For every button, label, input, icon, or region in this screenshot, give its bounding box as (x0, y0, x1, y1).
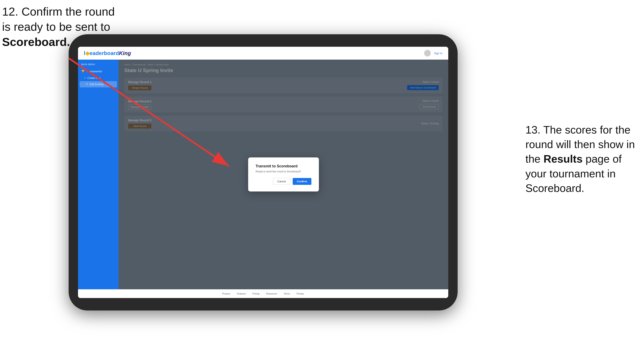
sidebar: MAIN MENU 🏆 Tournaments + Create New ✎ E… (78, 60, 118, 289)
logo-king: King (119, 50, 131, 56)
edit-icon: ✎ (86, 83, 88, 86)
sidebar-item-tournaments[interactable]: 🏆 Tournaments (78, 68, 118, 75)
top-nav: l◆eaderboardKing Sign In (78, 47, 448, 60)
logo-eaderboard: eaderboard (90, 50, 119, 56)
modal-cancel-button[interactable]: Cancel (273, 178, 290, 185)
tablet-device: l◆eaderboardKing Sign In MAIN MENU 🏆 Tou… (69, 34, 458, 311)
footer-link-resources[interactable]: Resources (266, 292, 277, 295)
footer-link-terms[interactable]: Terms (284, 292, 290, 295)
footer-link-features[interactable]: Features (237, 292, 246, 295)
annotation-top-left: 12. Confirm the round is ready to be sen… (2, 4, 115, 49)
annotation-right-text: 13. The scores for the round will then s… (526, 124, 635, 194)
content-area: MAIN MENU 🏆 Tournaments + Create New ✎ E… (78, 60, 448, 289)
footer: Product Features Pricing Resources Terms… (78, 289, 448, 298)
annotation-line1: 12. Confirm the round (2, 5, 115, 18)
logo-crown-char: ◆ (85, 50, 90, 56)
logo: l◆eaderboardKing (84, 50, 131, 56)
annotation-bold: Results (544, 153, 583, 165)
modal-overlay: Transmit to Scoreboard Ready to send thi… (118, 60, 448, 289)
sidebar-item-edit-existing[interactable]: ✎ Edit Existing (80, 81, 117, 87)
footer-link-privacy[interactable]: Privacy (296, 292, 304, 295)
edit-existing-label: Edit Existing (90, 83, 104, 86)
footer-link-product[interactable]: Product (222, 292, 230, 295)
tablet-screen: l◆eaderboardKing Sign In MAIN MENU 🏆 Tou… (78, 47, 448, 298)
annotation-line2: is ready to be sent to (2, 20, 110, 33)
main-menu-label: MAIN MENU (78, 63, 118, 68)
nav-right: Sign In (424, 50, 442, 56)
annotation-line3-bold: Scoreboard. (2, 35, 70, 48)
transmit-modal: Transmit to Scoreboard Ready to send thi… (248, 158, 319, 191)
tournaments-label: Tournaments (86, 70, 102, 73)
plus-icon: + (84, 77, 86, 80)
sign-in-button[interactable]: Sign In (434, 52, 442, 55)
modal-subtitle: Ready to send this round to Scoreboard? (256, 170, 312, 173)
avatar (424, 50, 431, 56)
footer-link-pricing[interactable]: Pricing (252, 292, 260, 295)
logo-area: l◆eaderboardKing (84, 50, 131, 56)
sidebar-item-create-new[interactable]: + Create New (78, 75, 118, 81)
modal-confirm-button[interactable]: Confirm (293, 178, 312, 185)
trophy-icon: 🏆 (81, 70, 85, 73)
main-content: Home › Tournaments › State U Spring Invi… (118, 60, 448, 289)
modal-title: Transmit to Scoreboard (256, 164, 312, 169)
modal-buttons: Cancel Confirm (256, 178, 312, 185)
create-new-label: Create New (87, 77, 100, 80)
annotation-right: 13. The scores for the round will then s… (526, 123, 642, 195)
